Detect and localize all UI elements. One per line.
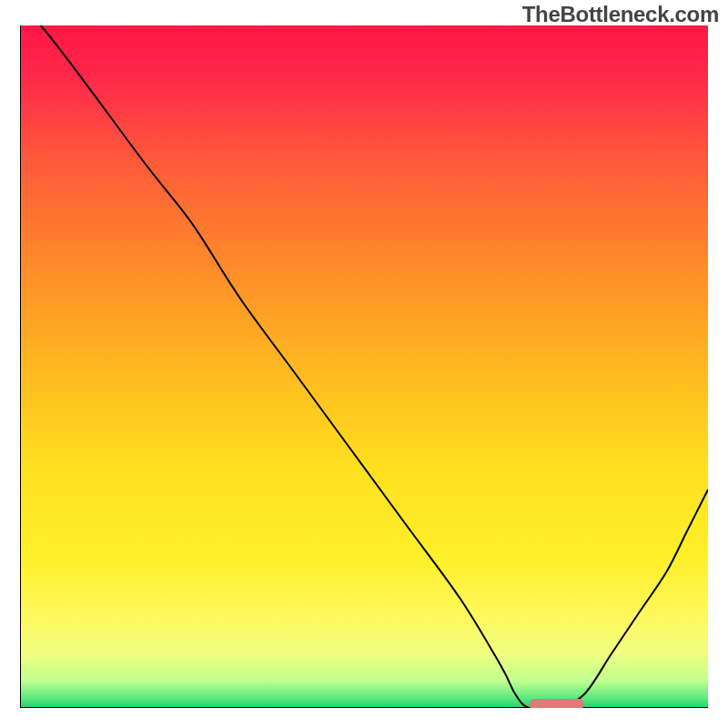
plot-area: [20, 25, 708, 708]
chart-svg: [20, 25, 708, 708]
chart-container: TheBottleneck.com: [0, 0, 728, 728]
optimum-marker: [529, 699, 583, 708]
watermark-label: TheBottleneck.com: [522, 2, 719, 27]
gradient-background: [20, 25, 708, 708]
